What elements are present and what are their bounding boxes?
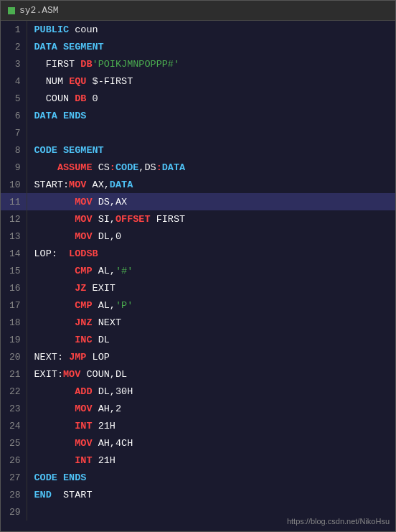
table-row: 4 NUM EQU $-FIRST [1, 73, 395, 90]
table-row: 1 PUBLIC coun [1, 21, 395, 38]
table-row: 14 LOP: LODSB [1, 245, 395, 262]
table-row: 25 MOV AH,4CH [1, 434, 395, 452]
table-row: 26 INT 21H [1, 452, 395, 469]
code-area: 1 PUBLIC coun 2 DATA SEGMENT 3 FIRST DB'… [1, 21, 395, 531]
table-row: 23 MOV AH,2 [1, 400, 395, 417]
table-row: 3 FIRST DB'POIKJMNPOPPP#' [1, 55, 395, 73]
table-row: 12 MOV SI,OFFSET FIRST [1, 210, 395, 228]
table-row: 5 COUN DB 0 [1, 90, 395, 107]
table-row: 28 END START [1, 486, 395, 503]
table-row: 11 MOV DS,AX [1, 193, 395, 210]
title-bar: sy2.ASM [1, 1, 395, 21]
table-row: 18 JNZ NEXT [1, 314, 395, 331]
table-row: 8 CODE SEGMENT [1, 141, 395, 159]
table-row: 15 CMP AL,'#' [1, 262, 395, 279]
main-window: sy2.ASM 1 PUBLIC coun 2 DATA SEGMENT 3 F… [0, 0, 396, 532]
title-dot [8, 7, 15, 14]
table-row: 27 CODE ENDS [1, 469, 395, 486]
table-row: 22 ADD DL,30H [1, 383, 395, 400]
filename-label: sy2.ASM [19, 5, 59, 16]
table-row: 10 START:MOV AX,DATA [1, 176, 395, 193]
table-row: 21 EXIT:MOV COUN,DL [1, 365, 395, 383]
table-row: 13 MOV DL,0 [1, 228, 395, 245]
table-row: 20 NEXT: JMP LOP [1, 348, 395, 365]
table-row: 9 ASSUME CS:CODE,DS:DATA [1, 159, 395, 176]
table-row: 19 INC DL [1, 331, 395, 348]
code-table: 1 PUBLIC coun 2 DATA SEGMENT 3 FIRST DB'… [1, 21, 395, 521]
table-row: 24 INT 21H [1, 417, 395, 434]
table-row: 16 JZ EXIT [1, 279, 395, 297]
table-row: 7 [1, 124, 395, 141]
table-row: 17 CMP AL,'P' [1, 297, 395, 314]
table-row: 29 [1, 503, 395, 521]
table-row: 6 DATA ENDS [1, 107, 395, 124]
table-row: 2 DATA SEGMENT [1, 38, 395, 55]
